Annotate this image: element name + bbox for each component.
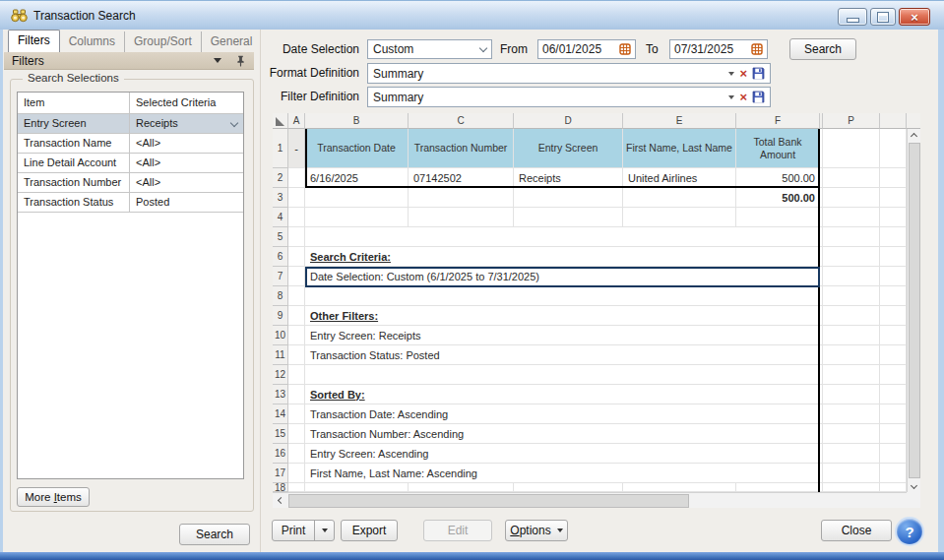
row-criteria-value[interactable]: <All> <box>129 134 243 153</box>
calendar-icon[interactable] <box>619 43 631 55</box>
chevron-down-icon[interactable] <box>214 58 221 67</box>
cell[interactable] <box>823 404 880 424</box>
cell[interactable] <box>823 326 880 345</box>
column-header-c[interactable]: C <box>409 113 514 129</box>
cell[interactable] <box>288 188 305 208</box>
cell-total-amount[interactable]: 500.00 <box>736 188 820 208</box>
scroll-left-button[interactable] <box>273 493 288 508</box>
table-row-entry-screen[interactable]: Entry Screen Receipts <box>18 114 243 134</box>
cell[interactable] <box>736 208 820 227</box>
dropdown-arrow-icon[interactable] <box>728 95 734 102</box>
cell[interactable] <box>880 444 907 464</box>
filters-search-button[interactable]: Search <box>179 524 250 545</box>
cell[interactable] <box>823 424 880 444</box>
row-header-7[interactable]: 7 <box>273 267 288 286</box>
print-button[interactable]: Print <box>273 521 314 540</box>
outline-collapse-cell[interactable]: - <box>288 129 305 168</box>
cell[interactable] <box>880 464 907 483</box>
help-button[interactable]: ? <box>897 519 922 544</box>
header-cell-transaction-date[interactable]: Transaction Date <box>305 129 409 168</box>
save-icon[interactable] <box>752 91 765 103</box>
scroll-down-button[interactable] <box>908 478 920 492</box>
cell[interactable] <box>288 483 305 492</box>
row-header-8[interactable]: 8 <box>273 286 288 306</box>
cell[interactable] <box>288 404 305 424</box>
column-header-e[interactable]: E <box>623 113 736 129</box>
cell[interactable] <box>880 168 907 188</box>
date-selection-combo[interactable]: Custom <box>367 39 492 59</box>
row-header-6[interactable]: 6 <box>273 247 288 267</box>
header-cell-total-bank-amount[interactable]: Total Bank Amount <box>736 129 820 168</box>
cell-entry-screen[interactable]: Receipts <box>514 168 623 188</box>
filter-definition-combo[interactable]: Summary × <box>367 87 771 107</box>
grid-row-3[interactable]: 3 500.00 <box>273 188 920 208</box>
grid-row-16[interactable]: 16 Entry Screen: Ascending <box>273 444 920 464</box>
scroll-up-button[interactable] <box>908 129 920 143</box>
grid-row-10[interactable]: 10 Entry Screen: Receipts <box>273 326 920 345</box>
row-header-14[interactable]: 14 <box>273 404 288 424</box>
cell[interactable] <box>823 286 880 306</box>
maximize-button[interactable] <box>870 8 896 26</box>
cell[interactable] <box>823 444 880 464</box>
grid-row-1[interactable]: 1 - Transaction Date Transaction Number … <box>273 129 920 168</box>
options-button[interactable]: Options <box>505 520 568 541</box>
grid-row-9[interactable]: 9 Other Filters: <box>273 306 920 326</box>
cell-sort-transaction-date[interactable]: Transaction Date: Ascending <box>305 404 820 424</box>
grid-row-12[interactable]: 12 <box>273 365 920 385</box>
cell[interactable] <box>288 286 305 306</box>
row-criteria-value[interactable]: <All> <box>129 173 243 192</box>
table-row-transaction-name[interactable]: Transaction Name <All> <box>18 134 243 154</box>
cell[interactable] <box>305 365 820 385</box>
cell[interactable] <box>823 188 880 208</box>
cell[interactable] <box>880 227 907 247</box>
row-header-12[interactable]: 12 <box>273 365 288 385</box>
to-date-field[interactable]: 07/31/2025 <box>669 39 768 59</box>
column-header-d[interactable]: D <box>514 113 623 129</box>
cell[interactable] <box>288 326 305 345</box>
cell-sort-name[interactable]: First Name, Last Name: Ascending <box>305 464 820 483</box>
cell[interactable] <box>823 247 880 267</box>
calendar-icon[interactable] <box>751 43 763 55</box>
cell[interactable] <box>288 464 305 483</box>
row-header-17[interactable]: 17 <box>273 464 288 483</box>
row-criteria-value[interactable]: Posted <box>129 193 243 212</box>
close-window-button[interactable]: × <box>899 8 930 26</box>
cell[interactable] <box>288 424 305 444</box>
cell[interactable] <box>305 208 409 227</box>
row-header-18[interactable]: 18 <box>273 483 288 492</box>
cell[interactable] <box>305 188 409 208</box>
grid-row-8[interactable]: 8 <box>273 286 920 306</box>
column-header-f[interactable]: F <box>736 113 820 129</box>
cell[interactable] <box>409 188 514 208</box>
cell[interactable] <box>288 227 305 247</box>
cell[interactable] <box>288 345 305 365</box>
export-button[interactable]: Export <box>341 520 398 541</box>
cell[interactable] <box>514 483 623 492</box>
cell[interactable] <box>514 188 623 208</box>
cell[interactable] <box>880 424 907 444</box>
cell[interactable] <box>823 208 880 227</box>
tab-group-sort[interactable]: Group/Sort <box>124 31 201 52</box>
cell[interactable] <box>880 483 907 492</box>
row-header-16[interactable]: 16 <box>273 444 288 464</box>
cell[interactable] <box>880 129 907 168</box>
cell[interactable] <box>823 227 880 247</box>
column-header-p[interactable]: P <box>823 113 880 129</box>
row-header-4[interactable]: 4 <box>273 208 288 227</box>
dropdown-arrow-icon[interactable] <box>728 72 734 79</box>
format-definition-combo[interactable]: Summary × <box>367 63 771 84</box>
cell[interactable] <box>288 247 305 267</box>
vertical-scrollbar-thumb[interactable] <box>909 143 920 478</box>
tab-columns[interactable]: Columns <box>60 31 124 52</box>
cell-search-criteria-heading[interactable]: Search Criteria: <box>305 247 820 267</box>
row-header-3[interactable]: 3 <box>273 188 288 208</box>
cell[interactable] <box>880 345 907 365</box>
tab-general[interactable]: General <box>201 31 262 52</box>
cell[interactable] <box>880 188 907 208</box>
cell[interactable] <box>823 267 880 286</box>
grid-row-15[interactable]: 15 Transaction Number: Ascending <box>273 424 920 444</box>
row-header-2[interactable]: 2 <box>273 168 288 188</box>
cell[interactable] <box>880 365 907 385</box>
cell-name[interactable]: United Airlines <box>623 168 736 188</box>
column-header-a[interactable]: A <box>288 113 305 129</box>
